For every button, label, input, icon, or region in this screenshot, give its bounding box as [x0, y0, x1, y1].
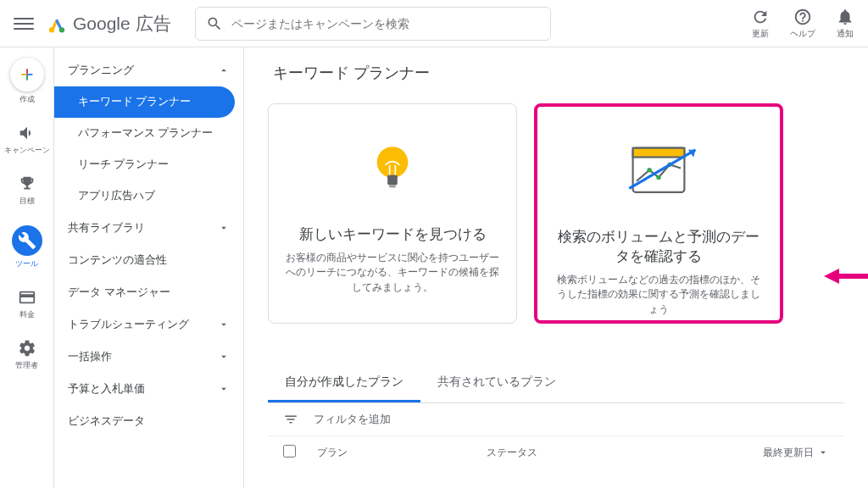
rail-create[interactable]: 作成	[0, 58, 53, 105]
add-filter-button[interactable]: フィルタを追加	[314, 412, 391, 427]
side-keyword-planner[interactable]: キーワード プランナー	[54, 86, 235, 118]
rail-tools[interactable]: ツール	[0, 225, 53, 269]
rail-campaign[interactable]: キャンペーン	[0, 124, 53, 156]
tools-icon	[18, 231, 36, 250]
side-data-manager[interactable]: データ マネージャー	[54, 276, 243, 308]
tab-my-plans[interactable]: 自分が作成したプラン	[268, 364, 420, 402]
product-name: Google 広告	[73, 12, 171, 36]
trophy-icon	[18, 175, 36, 193]
chart-arrow-icon	[612, 130, 705, 215]
search-box[interactable]	[195, 7, 551, 41]
side-group-planning[interactable]: プランニング	[54, 54, 243, 86]
help-button[interactable]: ヘルプ	[790, 8, 815, 40]
card-discover-desc: お客様の商品やサービスに関心を持つユーザーへのリーチにつながる、キーワードの候補…	[286, 251, 499, 295]
chevron-down-icon	[218, 222, 230, 234]
hamburger-menu-icon[interactable]	[14, 14, 34, 34]
page-title: キーワード プランナー	[273, 63, 844, 83]
refresh-icon	[751, 8, 770, 26]
product-logo[interactable]: Google 広告	[47, 12, 171, 36]
google-ads-logo-icon	[47, 14, 66, 33]
card-discover-keywords[interactable]: 新しいキーワードを見つける お客様の商品やサービスに関心を持つユーザーへのリーチ…	[268, 103, 517, 324]
svg-marker-15	[824, 269, 839, 284]
sort-down-icon	[817, 446, 829, 458]
svg-point-9	[647, 168, 651, 172]
card-forecast-volume[interactable]: 検索のボリュームと予測のデータを確認する 検索ボリュームなどの過去の指標のほか、…	[534, 103, 783, 324]
help-icon	[793, 8, 812, 26]
annotation-arrow-icon	[824, 266, 868, 286]
chevron-down-icon	[218, 383, 230, 395]
lightbulb-icon	[371, 128, 414, 213]
side-budget-bidding[interactable]: 予算と入札単価	[54, 373, 243, 405]
card-forecast-title: 検索のボリュームと予測のデータを確認する	[554, 227, 763, 266]
svg-rect-4	[389, 185, 396, 187]
rail-billing[interactable]: 料金	[0, 288, 53, 320]
card-forecast-desc: 検索ボリュームなどの過去の指標のほか、そうした指標の効果に関する予測を確認しまし…	[554, 273, 763, 317]
megaphone-icon	[18, 124, 36, 142]
svg-point-0	[59, 27, 64, 32]
notifications-button[interactable]: 通知	[836, 8, 854, 40]
side-shared-library[interactable]: 共有ライブラリ	[54, 212, 243, 244]
chevron-down-icon	[218, 319, 230, 330]
col-status[interactable]: ステータス	[487, 446, 656, 460]
side-business-data[interactable]: ビジネスデータ	[54, 405, 243, 437]
side-performance-planner[interactable]: パフォーマンス プランナー	[54, 118, 243, 149]
chevron-up-icon	[218, 64, 230, 76]
plus-icon	[18, 65, 36, 84]
filter-icon[interactable]	[283, 412, 298, 427]
card-discover-title: 新しいキーワードを見つける	[299, 225, 487, 244]
rail-admin[interactable]: 管理者	[0, 339, 53, 371]
bell-icon	[836, 8, 854, 26]
svg-rect-8	[633, 148, 685, 158]
chevron-down-icon	[218, 351, 230, 363]
svg-point-10	[656, 175, 660, 180]
col-plan[interactable]: プラン	[317, 446, 487, 460]
search-icon	[206, 15, 223, 32]
svg-rect-3	[387, 175, 398, 185]
side-app-ads-hub[interactable]: アプリ広告ハブ	[54, 180, 243, 212]
side-troubleshooting[interactable]: トラブルシューティング	[54, 308, 243, 341]
side-content-suitability[interactable]: コンテンツの適合性	[54, 244, 243, 276]
select-all-checkbox[interactable]	[283, 445, 296, 458]
credit-card-icon	[18, 288, 36, 307]
gear-icon	[18, 339, 36, 358]
search-input[interactable]	[231, 17, 540, 30]
refresh-button[interactable]: 更新	[751, 8, 770, 40]
col-updated[interactable]: 最終更新日	[763, 446, 829, 460]
svg-point-1	[49, 27, 54, 32]
tab-shared-plans[interactable]: 共有されているプラン	[420, 364, 573, 402]
side-bulk-actions[interactable]: 一括操作	[54, 341, 243, 373]
side-reach-planner[interactable]: リーチ プランナー	[54, 149, 243, 180]
rail-goals[interactable]: 目標	[0, 175, 53, 207]
